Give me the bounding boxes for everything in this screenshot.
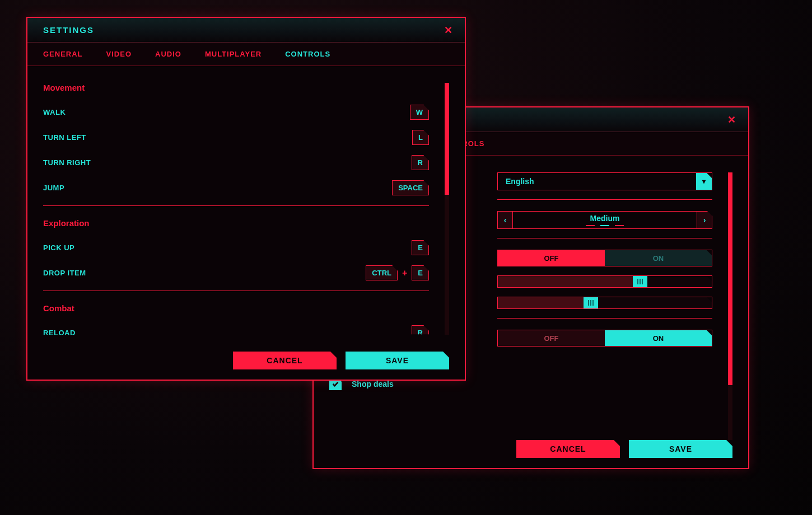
difficulty-value: Medium bbox=[590, 214, 620, 223]
footer-buttons: CANCEL SAVE bbox=[233, 352, 449, 369]
window-title: SETTINGS bbox=[43, 25, 94, 35]
language-select[interactable]: English ▾ bbox=[497, 172, 712, 190]
key-cluster: CTRL + E bbox=[366, 265, 429, 280]
tab-general[interactable]: GENERAL bbox=[43, 50, 83, 58]
cancel-button[interactable]: CANCEL bbox=[516, 440, 620, 458]
language-value: English bbox=[498, 177, 696, 186]
close-icon: ✕ bbox=[444, 24, 452, 36]
binding-row-jump: JUMP SPACE bbox=[43, 180, 449, 195]
binding-label: DROP ITEM bbox=[43, 269, 86, 277]
close-button[interactable]: ✕ bbox=[441, 24, 455, 37]
binding-row-walk: WALK W bbox=[43, 105, 449, 120]
tab-video[interactable]: VIDEO bbox=[106, 50, 132, 58]
toggle-on[interactable]: ON bbox=[605, 250, 712, 266]
cancel-button[interactable]: CANCEL bbox=[233, 352, 337, 369]
tab-bar: GENERAL VIDEO AUDIO MULTIPLAYER CONTROLS bbox=[27, 43, 465, 66]
binding-row-drop-item: DROP ITEM CTRL + E bbox=[43, 265, 449, 280]
key-cluster: E bbox=[412, 240, 429, 255]
keycap[interactable]: SPACE bbox=[392, 180, 429, 195]
toggle-off[interactable]: OFF bbox=[498, 250, 605, 266]
scrollbar-thumb[interactable] bbox=[445, 83, 449, 195]
section-divider bbox=[43, 291, 429, 291]
binding-label: TURN LEFT bbox=[43, 133, 86, 142]
close-icon: ✕ bbox=[727, 114, 736, 126]
binding-row-reload: RELOAD R bbox=[43, 325, 449, 335]
footer-buttons: CANCEL SAVE bbox=[516, 440, 732, 458]
stepper-dots bbox=[586, 225, 624, 226]
binding-label: JUMP bbox=[43, 184, 64, 192]
section-combat-header: Combat bbox=[43, 303, 449, 313]
key-cluster: L bbox=[412, 130, 429, 145]
keycap[interactable]: E bbox=[412, 240, 429, 255]
chevron-left-icon[interactable]: ‹ bbox=[497, 211, 513, 229]
scroll-area: Movement WALK W TURN LEFT L TURN RIGHT R bbox=[43, 83, 449, 335]
section-divider bbox=[43, 205, 429, 206]
stepper-dot bbox=[615, 225, 624, 226]
binding-row-turn-left: TURN LEFT L bbox=[43, 130, 449, 145]
difficulty-stepper[interactable]: ‹ Medium › bbox=[497, 211, 712, 229]
key-cluster: W bbox=[410, 105, 429, 120]
scrollbar-thumb[interactable] bbox=[728, 172, 732, 385]
binding-row-turn-right: TURN RIGHT R bbox=[43, 155, 449, 170]
key-cluster: R bbox=[412, 155, 429, 170]
stepper-display: Medium bbox=[513, 211, 697, 229]
scrollbar-track[interactable] bbox=[728, 172, 732, 441]
keycap[interactable]: E bbox=[412, 265, 429, 280]
keycap[interactable]: CTRL bbox=[366, 265, 398, 280]
keycap[interactable]: R bbox=[412, 325, 429, 335]
tab-multiplayer[interactable]: MULTIPLAYER bbox=[205, 50, 262, 58]
keycap[interactable]: R bbox=[412, 155, 429, 170]
chevron-right-icon[interactable]: › bbox=[697, 211, 712, 229]
slider-setting-1[interactable] bbox=[497, 275, 712, 288]
toggle-setting-1[interactable]: OFF ON bbox=[497, 250, 712, 266]
binding-label: WALK bbox=[43, 108, 66, 116]
binding-label: TURN RIGHT bbox=[43, 158, 91, 167]
save-button[interactable]: SAVE bbox=[629, 440, 732, 458]
tab-controls[interactable]: CONTROLS bbox=[285, 50, 330, 58]
section-exploration-header: Exploration bbox=[43, 218, 449, 228]
scrollbar-track[interactable] bbox=[445, 83, 449, 335]
slider-handle[interactable] bbox=[584, 297, 598, 308]
binding-row-pick-up: PICK UP E bbox=[43, 240, 449, 255]
key-cluster: SPACE bbox=[392, 180, 429, 195]
check-icon bbox=[332, 380, 339, 388]
toggle-setting-2[interactable]: OFF ON bbox=[497, 330, 712, 347]
slider-fill bbox=[498, 276, 633, 287]
slider-handle[interactable] bbox=[633, 276, 647, 287]
chevron-down-icon: ▾ bbox=[696, 173, 712, 190]
toggle-on[interactable]: ON bbox=[605, 330, 712, 346]
binding-label: RELOAD bbox=[43, 329, 76, 335]
keycap[interactable]: W bbox=[410, 105, 429, 120]
titlebar: SETTINGS ✕ bbox=[27, 18, 465, 43]
settings-window-controls: SETTINGS ✕ GENERAL VIDEO AUDIO MULTIPLAY… bbox=[26, 17, 466, 381]
toggle-off[interactable]: OFF bbox=[498, 330, 605, 346]
key-cluster: R bbox=[412, 325, 429, 335]
stepper-dot bbox=[600, 225, 609, 226]
save-button[interactable]: SAVE bbox=[346, 352, 449, 369]
slider-fill bbox=[498, 297, 584, 308]
plus-icon: + bbox=[402, 268, 407, 278]
slider-setting-2[interactable] bbox=[497, 297, 712, 309]
close-button[interactable]: ✕ bbox=[725, 113, 738, 127]
checkbox-label: Shop deals bbox=[352, 380, 394, 388]
stepper-dot bbox=[586, 225, 595, 226]
section-movement-header: Movement bbox=[43, 83, 449, 92]
tab-audio[interactable]: AUDIO bbox=[155, 50, 181, 58]
binding-label: PICK UP bbox=[43, 244, 74, 252]
keycap[interactable]: L bbox=[412, 130, 429, 145]
content-area: Movement WALK W TURN LEFT L TURN RIGHT R bbox=[27, 66, 465, 340]
